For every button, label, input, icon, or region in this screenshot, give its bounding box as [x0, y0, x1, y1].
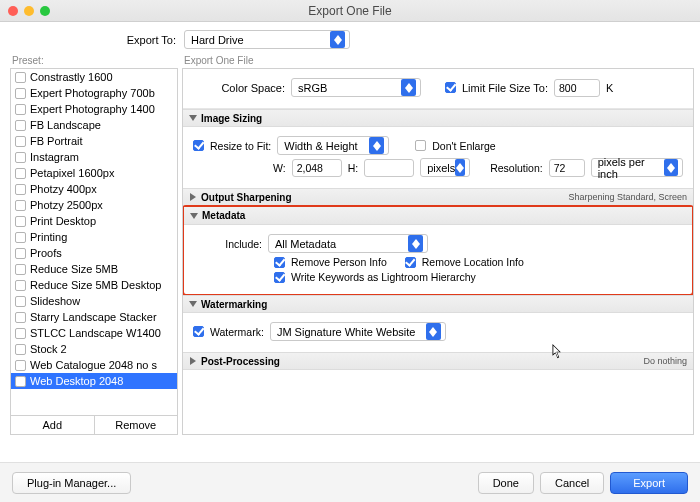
- preset-item[interactable]: Reduce Size 5MB: [11, 261, 177, 277]
- output-sharpening-header[interactable]: Output Sharpening Sharpening Standard, S…: [183, 188, 693, 206]
- preset-checkbox[interactable]: [15, 264, 26, 275]
- preset-item[interactable]: Starry Landscape Stacker: [11, 309, 177, 325]
- preset-checkbox[interactable]: [15, 360, 26, 371]
- preset-checkbox[interactable]: [15, 280, 26, 291]
- dropdown-caret-icon: [369, 137, 384, 154]
- resize-to-fit-label: Resize to Fit:: [210, 140, 271, 152]
- watermark-checkbox[interactable]: [193, 326, 204, 337]
- cancel-button[interactable]: Cancel: [540, 472, 604, 494]
- preset-add-button[interactable]: Add: [11, 416, 94, 434]
- preset-item[interactable]: Instagram: [11, 149, 177, 165]
- watermark-label: Watermark:: [210, 326, 264, 338]
- preset-checkbox[interactable]: [15, 104, 26, 115]
- preset-remove-button[interactable]: Remove: [94, 416, 178, 434]
- preset-checkbox[interactable]: [15, 376, 26, 387]
- close-window-icon[interactable]: [8, 6, 18, 16]
- height-label: H:: [348, 162, 359, 174]
- preset-checkbox[interactable]: [15, 232, 26, 243]
- preset-item[interactable]: Reduce Size 5MB Desktop: [11, 277, 177, 293]
- preset-item[interactable]: Slideshow: [11, 293, 177, 309]
- color-space-value: sRGB: [298, 82, 327, 94]
- preset-list[interactable]: Constrastly 1600Expert Photography 700bE…: [10, 68, 178, 416]
- preset-item[interactable]: Print Desktop: [11, 213, 177, 229]
- preset-checkbox[interactable]: [15, 200, 26, 211]
- preset-item[interactable]: Expert Photography 1400: [11, 101, 177, 117]
- post-processing-title: Post-Processing: [201, 356, 280, 367]
- window-titlebar: Export One File: [0, 0, 700, 22]
- metadata-title: Metadata: [202, 210, 245, 221]
- width-input[interactable]: [292, 159, 342, 177]
- preset-checkbox[interactable]: [15, 328, 26, 339]
- preset-item[interactable]: Proofs: [11, 245, 177, 261]
- preset-item-label: Reduce Size 5MB: [30, 263, 118, 275]
- preset-item[interactable]: Printing: [11, 229, 177, 245]
- post-processing-header[interactable]: Post-Processing Do nothing: [183, 352, 693, 370]
- resize-to-fit-checkbox[interactable]: [193, 140, 204, 151]
- dialog-footer: Plug-in Manager... Done Cancel Export: [0, 462, 700, 502]
- metadata-header[interactable]: Metadata: [184, 207, 692, 225]
- image-sizing-header[interactable]: Image Sizing: [183, 109, 693, 127]
- preset-checkbox[interactable]: [15, 120, 26, 131]
- preset-checkbox[interactable]: [15, 88, 26, 99]
- resize-to-fit-value: Width & Height: [284, 140, 357, 152]
- remove-person-checkbox[interactable]: [274, 257, 285, 268]
- preset-item-label: Print Desktop: [30, 215, 96, 227]
- limit-file-size-checkbox[interactable]: [445, 82, 456, 93]
- metadata-include-select[interactable]: All Metadata: [268, 234, 428, 253]
- dont-enlarge-checkbox[interactable]: [415, 140, 426, 151]
- preset-item-label: Starry Landscape Stacker: [30, 311, 157, 323]
- resize-to-fit-select[interactable]: Width & Height: [277, 136, 389, 155]
- preset-checkbox[interactable]: [15, 72, 26, 83]
- done-button[interactable]: Done: [478, 472, 534, 494]
- watermark-select[interactable]: JM Signature White Website: [270, 322, 446, 341]
- preset-item[interactable]: Photzy 400px: [11, 181, 177, 197]
- preset-item-label: Reduce Size 5MB Desktop: [30, 279, 161, 291]
- resolution-unit-select[interactable]: pixels per inch: [591, 158, 683, 177]
- preset-item[interactable]: FB Landscape: [11, 117, 177, 133]
- window-title: Export One File: [0, 4, 700, 18]
- dropdown-caret-icon: [426, 323, 441, 340]
- remove-location-checkbox[interactable]: [405, 257, 416, 268]
- color-space-select[interactable]: sRGB: [291, 78, 421, 97]
- preset-checkbox[interactable]: [15, 296, 26, 307]
- write-keywords-checkbox[interactable]: [274, 272, 285, 283]
- preset-checkbox[interactable]: [15, 168, 26, 179]
- metadata-highlight: Metadata Include: All Metadata: [182, 205, 694, 296]
- preset-checkbox[interactable]: [15, 216, 26, 227]
- dropdown-caret-icon: [330, 31, 345, 48]
- preset-item[interactable]: Photzy 2500px: [11, 197, 177, 213]
- preset-checkbox[interactable]: [15, 312, 26, 323]
- minimize-window-icon[interactable]: [24, 6, 34, 16]
- limit-file-size-unit: K: [606, 82, 613, 94]
- resolution-input[interactable]: [549, 159, 585, 177]
- dimension-unit-select[interactable]: pixels: [420, 158, 470, 177]
- output-sharpening-summary: Sharpening Standard, Screen: [568, 192, 687, 202]
- preset-item[interactable]: Web Desktop 2048: [11, 373, 177, 389]
- preset-item[interactable]: Constrastly 1600: [11, 69, 177, 85]
- preset-checkbox[interactable]: [15, 152, 26, 163]
- preset-item[interactable]: Expert Photography 700b: [11, 85, 177, 101]
- preset-item-label: Constrastly 1600: [30, 71, 113, 83]
- preset-checkbox[interactable]: [15, 248, 26, 259]
- preset-item[interactable]: STLCC Landscape W1400: [11, 325, 177, 341]
- height-input[interactable]: [364, 159, 414, 177]
- preset-checkbox[interactable]: [15, 184, 26, 195]
- preset-item[interactable]: Web Catalogue 2048 no s: [11, 357, 177, 373]
- remove-location-label: Remove Location Info: [422, 256, 524, 268]
- preset-item[interactable]: Petapixel 1600px: [11, 165, 177, 181]
- export-to-select[interactable]: Hard Drive: [184, 30, 350, 49]
- plugin-manager-button[interactable]: Plug-in Manager...: [12, 472, 131, 494]
- width-label: W:: [273, 162, 286, 174]
- preset-item[interactable]: Stock 2: [11, 341, 177, 357]
- export-button[interactable]: Export: [610, 472, 688, 494]
- zoom-window-icon[interactable]: [40, 6, 50, 16]
- file-settings-tail: Color Space: sRGB Limit File Size To: K: [183, 69, 693, 109]
- preset-checkbox[interactable]: [15, 136, 26, 147]
- export-to-value: Hard Drive: [191, 34, 244, 46]
- preset-checkbox[interactable]: [15, 344, 26, 355]
- preset-item-label: Petapixel 1600px: [30, 167, 114, 179]
- watermarking-header[interactable]: Watermarking: [183, 295, 693, 313]
- limit-file-size-input[interactable]: [554, 79, 600, 97]
- preset-item-label: Web Catalogue 2048 no s: [30, 359, 157, 371]
- preset-item[interactable]: FB Portrait: [11, 133, 177, 149]
